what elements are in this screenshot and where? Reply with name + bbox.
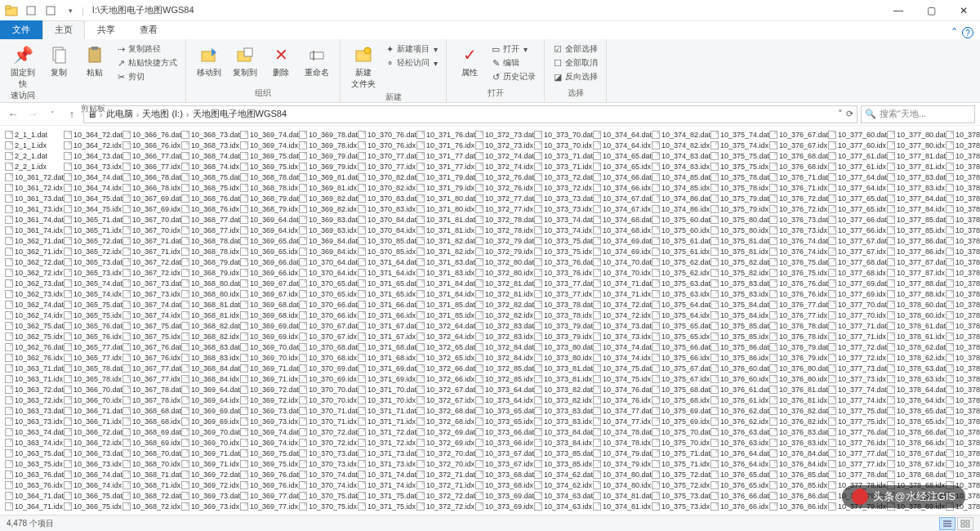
file-item[interactable]: 10_370_84.idx: [358, 225, 416, 235]
file-item[interactable]: 10_377_80.dat: [887, 129, 946, 140]
file-item[interactable]: 10_376_63.dat: [710, 426, 769, 437]
file-item[interactable]: 10_376_62.idx: [710, 416, 769, 426]
file-item[interactable]: 10_373_75.dat: [534, 235, 593, 246]
file-item[interactable]: 10_371_84.idx: [416, 288, 475, 299]
file-item[interactable]: 10_372_77.dat: [475, 193, 534, 203]
file-item[interactable]: 10_367_72.idx: [122, 267, 181, 278]
file-item[interactable]: 10_367_73.idx: [122, 288, 181, 299]
file-item[interactable]: 10_369_65.idx: [240, 246, 299, 257]
file-item[interactable]: 10_378_73.idx: [946, 182, 980, 193]
file-item[interactable]: 10_369_76.idx: [240, 480, 299, 490]
file-item[interactable]: 10_376_71.dat: [769, 172, 828, 182]
file-item[interactable]: 10_375_79.dat: [710, 193, 769, 203]
file-item[interactable]: 10_378_78.dat: [946, 278, 980, 288]
file-item[interactable]: 10_378_84.dat: [946, 405, 980, 416]
file-item[interactable]: 10_378_61.dat: [887, 320, 946, 331]
file-item[interactable]: 10_370_73.idx: [299, 458, 358, 469]
file-item[interactable]: 10_365_78.idx: [64, 373, 122, 384]
file-item[interactable]: 10_369_72.dat: [181, 469, 240, 480]
file-item[interactable]: 10_369_70.idx: [181, 437, 240, 448]
file-item[interactable]: 10_376_78.idx: [769, 331, 828, 341]
qat-dropdown-icon[interactable]: ▾: [62, 2, 78, 19]
file-item[interactable]: 10_374_75.dat: [593, 363, 652, 373]
file-item[interactable]: 10_367_74.dat: [122, 299, 181, 310]
new-folder-button[interactable]: 新建 文件夹: [347, 42, 380, 91]
file-item[interactable]: 10_372_70.dat: [416, 448, 475, 458]
file-item[interactable]: 10_373_82.dat: [534, 384, 593, 395]
file-item[interactable]: 10_373_69.dat: [475, 490, 534, 501]
file-item[interactable]: 10_372_69.idx: [416, 437, 475, 448]
file-item[interactable]: 10_369_69.idx: [181, 416, 240, 426]
file-item[interactable]: 10_378_67.idx: [887, 458, 946, 469]
file-item[interactable]: 10_369_71.dat: [240, 363, 299, 373]
file-item[interactable]: 10_370_83.idx: [358, 203, 416, 214]
ribbon-collapse-icon[interactable]: ˄: [951, 26, 957, 39]
file-item[interactable]: 10_374_73.dat: [593, 320, 652, 331]
file-item[interactable]: 10_376_66.idx: [710, 501, 769, 511]
file-item[interactable]: 10_377_75.idx: [828, 416, 887, 426]
file-item[interactable]: 10_375_63.dat: [652, 278, 710, 288]
file-item[interactable]: 10_375_72.idx: [652, 480, 710, 490]
breadcrumb-item[interactable]: 天地图 (I:): [142, 108, 183, 120]
file-item[interactable]: 10_376_79.dat: [769, 341, 828, 352]
file-item[interactable]: 10_376_74.dat: [769, 235, 828, 246]
file-item[interactable]: 10_364_74.idx: [64, 182, 122, 193]
file-item[interactable]: 10_373_71.dat: [534, 150, 593, 161]
file-item[interactable]: 10_370_67.idx: [299, 331, 358, 341]
file-item[interactable]: 10_370_72.idx: [299, 437, 358, 448]
file-item[interactable]: 10_376_67.idx: [769, 140, 828, 150]
file-item[interactable]: 10_374_86.idx: [652, 203, 710, 214]
help-icon[interactable]: ?: [962, 27, 973, 38]
file-item[interactable]: 10_372_72.dat: [416, 490, 475, 501]
file-item[interactable]: 10_375_73.idx: [652, 501, 710, 511]
file-item[interactable]: 10_369_73.dat: [240, 405, 299, 416]
file-item[interactable]: 10_361_72.dat: [5, 172, 64, 182]
file-item[interactable]: 10_366_72.idx: [64, 437, 122, 448]
file-item[interactable]: 10_378_71.idx: [946, 161, 980, 172]
file-item[interactable]: 10_378_63.dat: [887, 363, 946, 373]
file-item[interactable]: 10_362_72.dat: [5, 257, 64, 267]
file-item[interactable]: 10_377_76.idx: [828, 437, 887, 448]
file-item[interactable]: 10_375_75.dat: [710, 150, 769, 161]
file-item[interactable]: 10_374_74.idx: [593, 352, 652, 363]
cut-button[interactable]: ✂剪切: [114, 70, 179, 83]
file-item[interactable]: 10_368_68.idx: [122, 416, 181, 426]
file-item[interactable]: 10_372_68.idx: [416, 416, 475, 426]
file-item[interactable]: 10_373_64.dat: [475, 384, 534, 395]
file-item[interactable]: 10_377_85.idx: [887, 225, 946, 235]
file-item[interactable]: 10_369_78.idx: [299, 140, 358, 150]
file-item[interactable]: 10_369_72.dat: [240, 384, 299, 395]
file-item[interactable]: 10_363_73.dat: [5, 405, 64, 416]
file-item[interactable]: 10_376_81.dat: [769, 384, 828, 395]
file-item[interactable]: 10_371_69.idx: [358, 373, 416, 384]
file-item[interactable]: 10_372_70.idx: [416, 458, 475, 469]
file-item[interactable]: 10_378_79.idx: [946, 310, 980, 320]
file-item[interactable]: 10_367_76.dat: [122, 341, 181, 352]
file-item[interactable]: 10_377_86.idx: [887, 246, 946, 257]
file-item[interactable]: 10_376_75.dat: [769, 257, 828, 267]
file-item[interactable]: 10_368_73.dat: [181, 129, 240, 140]
maximize-button[interactable]: ▢: [915, 0, 947, 21]
file-item[interactable]: 10_370_68.idx: [299, 352, 358, 363]
file-item[interactable]: 10_374_79.idx: [593, 458, 652, 469]
file-item[interactable]: 10_376_82.dat: [769, 405, 828, 416]
file-item[interactable]: 10_373_67.dat: [475, 448, 534, 458]
file-item[interactable]: 10_374_70.dat: [593, 257, 652, 267]
file-item[interactable]: 10_371_80.idx: [416, 203, 475, 214]
file-item[interactable]: 10_375_86.idx: [710, 352, 769, 363]
file-item[interactable]: 10_376_77.idx: [769, 310, 828, 320]
file-item[interactable]: 10_365_72.dat: [64, 235, 122, 246]
file-item[interactable]: 10_373_82.idx: [534, 395, 593, 405]
file-item[interactable]: 10_365_73.idx: [64, 267, 122, 278]
file-item[interactable]: 10_371_71.dat: [358, 405, 416, 416]
file-item[interactable]: 10_375_82.dat: [710, 257, 769, 267]
file-item[interactable]: 10_378_86.dat: [946, 448, 980, 458]
file-item[interactable]: 10_374_86.dat: [652, 193, 710, 203]
file-item[interactable]: 10_372_67.idx: [416, 395, 475, 405]
file-item[interactable]: 10_378_86.idx: [946, 458, 980, 469]
file-item[interactable]: 10_375_66.dat: [652, 341, 710, 352]
file-item[interactable]: 10_371_72.dat: [358, 426, 416, 437]
file-item[interactable]: 10_367_70.dat: [122, 214, 181, 225]
file-item[interactable]: 10_377_64.dat: [828, 172, 887, 182]
file-item[interactable]: 10_372_76.dat: [475, 172, 534, 182]
